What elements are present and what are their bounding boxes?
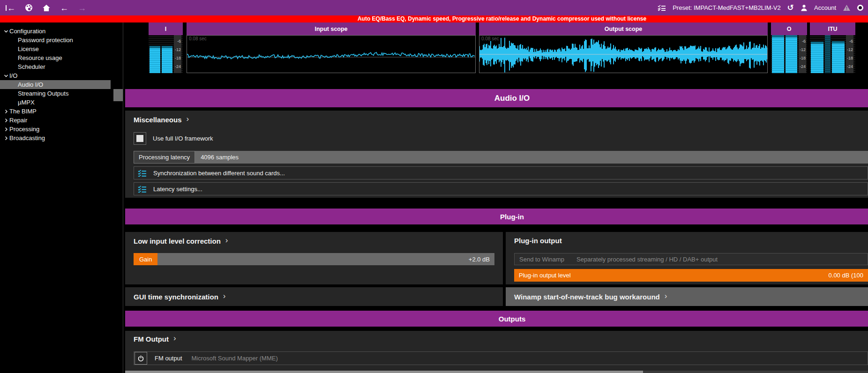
chevron-right-icon <box>3 109 9 114</box>
sidebar-item-i-o[interactable]: I/O <box>0 71 111 80</box>
sidebar-item-label: Audio I/O <box>18 81 43 88</box>
sidebar-item-label: µMPX <box>18 99 35 106</box>
meter-scale: -6-12-18-24 <box>846 35 853 73</box>
itu-loudness-meter: ITU -6-12-18-24 <box>810 22 855 73</box>
preset-label[interactable]: Preset: IMPACT-MedFAST+MB2LIM-V2 <box>673 4 781 11</box>
gain-label: Gain <box>134 253 157 265</box>
input-scope: Input scope 0.08 sec <box>187 22 476 73</box>
sidebar-item-label: Resource usage <box>18 54 62 61</box>
input-level-meter: I -6-12-18-24 <box>149 22 183 73</box>
send-to-winamp-row[interactable]: Send to Winamp Separately processed stre… <box>514 253 868 265</box>
home-icon[interactable] <box>42 3 51 13</box>
user-icon[interactable] <box>801 3 808 13</box>
processing-latency-value: 4096 samples <box>201 154 239 161</box>
low-input-level-card: Low input level correction› Gain +2.0 dB <box>125 232 503 284</box>
scope-time-label: 0.08 sec <box>481 36 499 41</box>
meter-bar <box>150 35 160 73</box>
palette-icon[interactable] <box>25 3 33 13</box>
chevron-right-icon <box>3 118 9 123</box>
sidebar-item-audio-i-o[interactable]: Audio I/O <box>0 80 111 89</box>
forward-icon[interactable]: → <box>78 3 86 13</box>
meter-mid-column <box>825 35 831 73</box>
sidebar-item-label: Broadcasting <box>9 134 45 142</box>
output-level-meter: O -6-12-18-24 <box>771 22 807 73</box>
fm-output-heading[interactable]: FM Output› <box>134 335 176 343</box>
sidebar-item-label: Repair <box>9 117 27 124</box>
page-title: Audio I/O <box>494 94 530 103</box>
winamp-workaround-heading[interactable]: Winamp start-of-new-track bug workaround… <box>514 287 667 306</box>
sync-sound-cards-button[interactable]: Synchronization between different sound … <box>134 166 868 179</box>
plugin-output-card: Plug-in output Send to Winamp Separately… <box>506 232 868 284</box>
undo-icon[interactable]: ↺ <box>787 3 794 13</box>
sidebar-item-scheduler[interactable]: Scheduler <box>0 62 111 71</box>
output-meter-title: O <box>771 22 807 35</box>
chevron-right-icon: › <box>187 114 189 124</box>
plugin-output-level-value: 0.00 dB (100 <box>829 272 863 279</box>
scope-time-label: 0.08 sec <box>189 36 207 41</box>
gain-slider[interactable]: Gain +2.0 dB <box>134 253 494 265</box>
sidebar-item-resource-usage[interactable]: Resource usage <box>0 53 111 62</box>
scope-waveform <box>187 36 475 73</box>
use-full-io-label: Use full I/O framework <box>153 135 213 142</box>
chevron-down-icon <box>3 74 9 78</box>
sidebar-item-label: Scheduler <box>18 63 45 70</box>
meter-bar <box>811 35 823 73</box>
sidebar-item-license[interactable]: License <box>0 45 111 53</box>
plugin-output-level-label: Plug-in output level <box>519 272 571 279</box>
sidebar-item-label: License <box>18 45 39 52</box>
preset-list-icon <box>658 3 666 13</box>
plugin-output-level-slider[interactable]: Plug-in output level 0.00 dB (100 <box>514 269 868 282</box>
meter-scale: -6-12-18-24 <box>799 35 806 73</box>
collapse-left-icon[interactable]: ← <box>6 3 15 13</box>
sidebar-item-streaming-outputs[interactable]: Streaming Outputs <box>0 89 111 98</box>
processing-latency-row[interactable]: Processing latency 4096 samples <box>134 151 868 164</box>
processing-latency-label: Processing latency <box>134 151 195 164</box>
meter-bar <box>832 35 845 73</box>
fm-output-device: Microsoft Sound Mapper (MME) <box>192 355 278 362</box>
sidebar-item-processing[interactable]: Processing <box>0 125 111 134</box>
navigation-tree: ConfigurationPassword protectionLicenseR… <box>0 22 111 373</box>
miscellaneous-heading[interactable]: Miscellaneous› <box>134 115 189 124</box>
fm-output-power-button[interactable] <box>135 352 147 365</box>
sidebar-item-configuration[interactable]: Configuration <box>0 27 111 36</box>
itu-meter-title: ITU <box>810 22 855 35</box>
gui-time-sync-card: GUI time synchronization› <box>125 287 503 306</box>
warning-icon <box>843 3 851 13</box>
sidebar-item-label: The BIMP <box>9 108 37 115</box>
gui-time-sync-heading[interactable]: GUI time synchronization› <box>134 287 226 306</box>
send-to-winamp-value: Separately processed streaming / HD / DA… <box>576 256 718 263</box>
plugin-output-heading: Plug-in output <box>514 237 562 245</box>
plugin-section-banner: Plug-in <box>125 209 868 224</box>
winamp-workaround-card: Winamp start-of-new-track bug workaround… <box>506 287 868 306</box>
fm-output-label: FM output <box>155 355 182 362</box>
sidebar-item-the-bimp[interactable]: The BIMP <box>0 107 111 116</box>
chevron-right-icon: › <box>223 291 226 301</box>
sidebar-item-repair[interactable]: Repair <box>0 116 111 125</box>
sidebar-item-password-protection[interactable]: Password protection <box>0 36 111 45</box>
horizontal-scrollbar-thumb[interactable] <box>125 371 643 373</box>
record-ring-icon[interactable] <box>857 3 863 13</box>
power-icon <box>137 355 144 362</box>
sidebar-item-broadcasting[interactable]: Broadcasting <box>0 134 111 142</box>
sidebar-item-label: Password protection <box>18 37 73 44</box>
chevron-down-icon <box>3 29 9 33</box>
input-scope-title: Input scope <box>187 22 476 35</box>
meter-bar <box>162 35 172 73</box>
account-label[interactable]: Account <box>814 4 836 11</box>
back-icon[interactable]: ← <box>60 3 68 13</box>
top-bar: ← ← → Preset: IMPACT-MedFAST+MB2LIM-V2 ↺… <box>0 0 868 15</box>
output-scope-title: Output scope <box>479 22 768 35</box>
send-to-winamp-label: Send to Winamp <box>519 256 564 263</box>
chevron-right-icon <box>3 136 9 141</box>
outputs-section-banner: Outputs <box>125 311 868 327</box>
low-input-level-heading[interactable]: Low input level correction› <box>134 237 228 245</box>
chevron-right-icon: › <box>225 236 228 245</box>
output-scope: Output scope 0.08 sec <box>479 22 768 73</box>
chevron-right-icon: › <box>665 291 667 301</box>
vertical-scrollbar-thumb[interactable] <box>113 89 123 101</box>
latency-settings-button[interactable]: Latency settings... <box>134 182 868 195</box>
meter-bar <box>786 35 798 73</box>
use-full-io-checkbox[interactable] <box>134 132 146 145</box>
sidebar-item--mpx[interactable]: µMPX <box>0 98 111 107</box>
fm-output-device-row[interactable]: FM output Microsoft Sound Mapper (MME) <box>134 351 868 365</box>
